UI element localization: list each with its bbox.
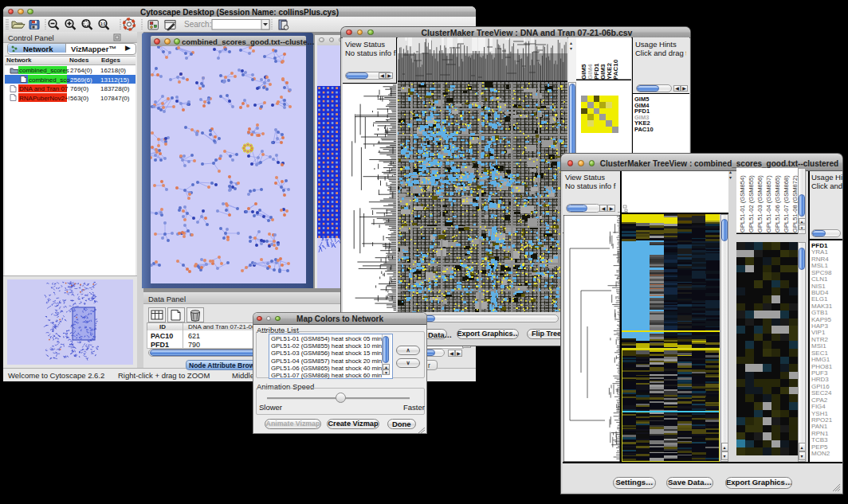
svg-text:GPL51-07 (GSM868): GPL51-07 (GSM868)	[783, 175, 790, 232]
svg-text:GPL51-02 (GSM855): GPL51-02 (GSM855)	[748, 175, 755, 232]
svg-text:GPL51-08 (GSM872): GPL51-08 (GSM872)	[791, 175, 799, 232]
svg-text:GPL51-01 (GSM854): GPL51-01 (GSM854)	[739, 175, 746, 232]
svg-text:GPL51-03 (GSM856): GPL51-03 (GSM856)	[756, 175, 764, 232]
svg-text:GPL51-04 (GSM857): GPL51-04 (GSM857)	[765, 175, 772, 232]
svg-text:1:1: 1:1	[100, 22, 106, 26]
svg-text:GPL51-06 (GSM865): GPL51-06 (GSM865)	[774, 175, 781, 232]
svg-text:Search:: Search:	[184, 20, 211, 29]
svg-text:PAC10: PAC10	[612, 59, 619, 80]
